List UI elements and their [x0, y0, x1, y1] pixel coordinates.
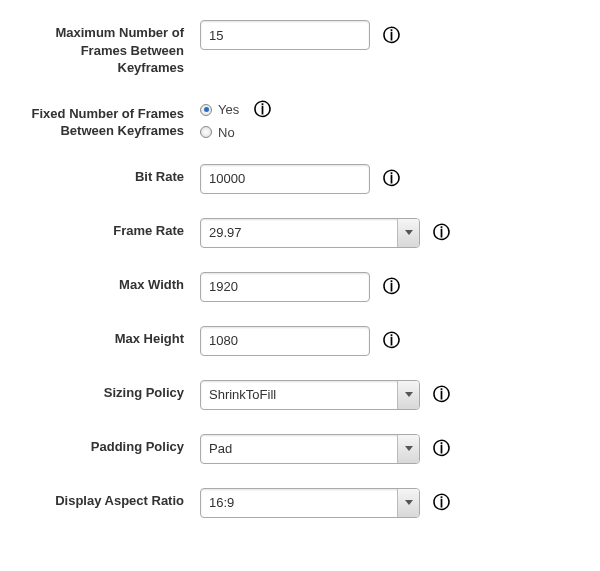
max-frames-keyframes-input[interactable]	[200, 20, 370, 50]
display-aspect-ratio-select[interactable]	[200, 488, 420, 518]
video-settings-form: Maximum Number of Frames Between Keyfram…	[0, 0, 600, 566]
row-max-width: Max Width ⓘ	[30, 272, 570, 302]
row-fixed-frames-keyframes: Fixed Number of Frames Between Keyframes…	[30, 101, 570, 140]
fixed-frames-radio-no[interactable]	[200, 126, 212, 138]
frame-rate-select[interactable]	[200, 218, 420, 248]
row-display-aspect-ratio: Display Aspect Ratio ⓘ	[30, 488, 570, 518]
label-fixed-frames-keyframes: Fixed Number of Frames Between Keyframes	[30, 101, 200, 140]
row-frame-rate: Frame Rate ⓘ	[30, 218, 570, 248]
row-sizing-policy: Sizing Policy ⓘ	[30, 380, 570, 410]
info-icon[interactable]: ⓘ	[382, 170, 400, 188]
info-icon[interactable]: ⓘ	[432, 224, 450, 242]
info-icon[interactable]: ⓘ	[432, 386, 450, 404]
label-display-aspect-ratio: Display Aspect Ratio	[30, 488, 200, 510]
row-bit-rate: Bit Rate ⓘ	[30, 164, 570, 194]
info-icon[interactable]: ⓘ	[382, 278, 400, 296]
row-max-height: Max Height ⓘ	[30, 326, 570, 356]
fixed-frames-no-label: No	[218, 125, 235, 140]
label-bit-rate: Bit Rate	[30, 164, 200, 186]
max-width-input[interactable]	[200, 272, 370, 302]
info-icon[interactable]: ⓘ	[382, 332, 400, 350]
label-max-width: Max Width	[30, 272, 200, 294]
label-max-height: Max Height	[30, 326, 200, 348]
info-icon[interactable]: ⓘ	[253, 101, 271, 119]
fixed-frames-yes-label: Yes	[218, 102, 239, 117]
info-icon[interactable]: ⓘ	[432, 494, 450, 512]
info-icon[interactable]: ⓘ	[382, 26, 400, 44]
sizing-policy-select[interactable]	[200, 380, 420, 410]
max-height-input[interactable]	[200, 326, 370, 356]
label-max-frames-keyframes: Maximum Number of Frames Between Keyfram…	[30, 20, 200, 77]
label-padding-policy: Padding Policy	[30, 434, 200, 456]
info-icon[interactable]: ⓘ	[432, 440, 450, 458]
bit-rate-input[interactable]	[200, 164, 370, 194]
label-sizing-policy: Sizing Policy	[30, 380, 200, 402]
row-padding-policy: Padding Policy ⓘ	[30, 434, 570, 464]
fixed-frames-radio-yes[interactable]	[200, 104, 212, 116]
label-frame-rate: Frame Rate	[30, 218, 200, 240]
padding-policy-select[interactable]	[200, 434, 420, 464]
row-max-frames-keyframes: Maximum Number of Frames Between Keyfram…	[30, 20, 570, 77]
